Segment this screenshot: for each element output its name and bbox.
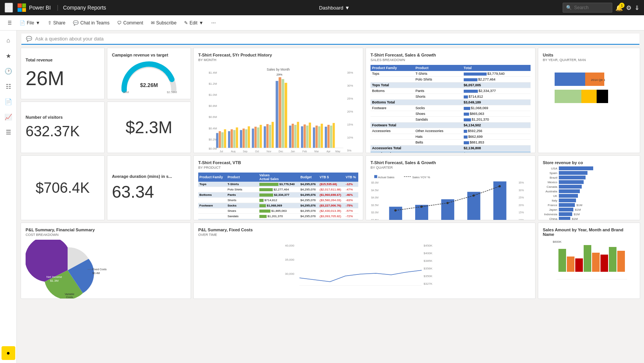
tshirt-vtb-sub: BY PRODUCT [198, 166, 358, 169]
pl-fixed-chart: 40,000 35,000 30,000 $450K $400K $385K $… [198, 240, 531, 295]
search-input[interactable] [574, 5, 605, 10]
main-layout: ⌂ ★ 🕑 ☷ 📄 📈 ☰ ● 💬 Ask a question about y… [0, 31, 644, 363]
tshirt-sales-title: T-Shirt Forecast, Sales & Growth [371, 53, 531, 57]
svg-text:$0.4M: $0.4M [209, 127, 217, 130]
svg-text:$0.8M: $0.8M [209, 104, 217, 108]
svg-rect-22 [224, 129, 226, 148]
svg-text:Net Income: Net Income [47, 275, 62, 279]
teams-icon: 💬 [73, 20, 79, 26]
sidebar-item-apps[interactable]: ☷ [2, 79, 15, 93]
edit-chevron: ▼ [199, 20, 204, 26]
sidebar-item-workspaces[interactable]: 📄 [2, 95, 15, 108]
svg-rect-49 [304, 124, 306, 148]
app-name: Power BI [29, 5, 51, 11]
ms-logo-red [18, 3, 22, 8]
store-bar-indonesia: Indonesia $1M [543, 212, 635, 216]
svg-text:Jan: Jan [291, 150, 295, 153]
svg-rect-27 [240, 130, 242, 148]
col-total: Total [462, 65, 531, 71]
svg-text:Actual Sales: Actual Sales [378, 176, 394, 179]
svg-rect-57 [327, 125, 330, 148]
svg-text:Fixed Costs: Fixed Costs [92, 268, 107, 271]
svg-rect-21 [221, 132, 223, 148]
svg-rect-19 [216, 133, 218, 148]
sidebar-item-recents[interactable]: 🕑 [2, 64, 15, 78]
sidebar-item-metrics[interactable]: 📈 [2, 110, 15, 124]
download-button[interactable]: ⇓ [634, 4, 639, 11]
search-box[interactable]: 🔍 [563, 3, 612, 13]
card-campaign-revenue: Campaign revenue vs target $2.26M $0M $2… [107, 48, 191, 99]
sidebar-item-browse[interactable]: ☰ [2, 125, 15, 139]
ask-placeholder: Ask a question about your data [35, 36, 104, 42]
subscribe-button[interactable]: ✉ Subscribe [148, 19, 180, 27]
svg-text:5%: 5% [347, 149, 351, 152]
sidebar-item-favorites[interactable]: ★ [2, 49, 15, 63]
svg-text:$2.56M: $2.56M [167, 90, 177, 94]
col-product: Product [414, 65, 462, 71]
table-subtotal-row: Footware Total $4,134,502 [371, 123, 531, 128]
subscribe-icon: ✉ [151, 20, 155, 26]
card-tshirt-vtb: T-Shirt Forecast, VTB BY PRODUCT Product… [193, 155, 363, 220]
svg-point-112 [394, 209, 396, 211]
svg-rect-24 [231, 129, 233, 148]
store-bar-china: China $1M [543, 217, 635, 220]
edit-button[interactable]: ✎ Edit ▼ [181, 19, 207, 27]
svg-text:$1.3M: $1.3M [50, 279, 59, 282]
card-tshirt-sales-breakdown: T-Shirt Forecast, Sales & Growth SALES B… [366, 48, 536, 153]
store-bar-usa: USA [543, 166, 635, 170]
hamburger-button[interactable]: ☰ [5, 19, 15, 27]
svg-text:$0.4M: $0.4M [92, 272, 100, 274]
svg-text:Jul: Jul [220, 150, 223, 153]
svg-text:$0.6M: $0.6M [209, 115, 217, 119]
svg-rect-55 [321, 124, 323, 148]
svg-text:29%: 29% [277, 73, 283, 76]
svg-text:2014 Qtr 1: 2014 Qtr 1 [591, 78, 605, 82]
svg-text:Variable: Variable [65, 293, 74, 295]
share-button[interactable]: ⇧ Share [45, 19, 68, 27]
svg-rect-32 [254, 127, 257, 148]
ask-question-bar[interactable]: 💬 Ask a question about your data [21, 34, 639, 45]
svg-text:20%: 20% [519, 204, 524, 207]
comment-icon: 🗩 [117, 20, 122, 26]
file-button[interactable]: 📄 File ▼ [16, 19, 43, 27]
svg-text:$1.2M: $1.2M [209, 82, 217, 86]
kpi-706k-value: $706.4K [36, 180, 90, 196]
store-bar-france: France $1M [543, 203, 635, 207]
store-bar-uk: UK [543, 194, 635, 198]
total-revenue-value: 26M [26, 67, 100, 90]
table-subtotal-row: Accessories Total $2,136,808 [371, 145, 531, 151]
card-tshirt-forecast: T-Shirt Forecast, 5Yr Product History BY… [193, 48, 363, 153]
dashboard-button[interactable]: Dashboard ▼ [319, 5, 350, 11]
svg-text:May: May [335, 150, 340, 153]
vtb-section-bottoms: Bottoms Pants $2,334,377 $4,295,076 ($1,… [198, 192, 358, 198]
table-row: Shoes $865,063 [371, 111, 531, 117]
svg-rect-37 [269, 125, 271, 148]
sidebar-item-home[interactable]: ⌂ [2, 34, 15, 47]
svg-text:20%: 20% [347, 110, 353, 113]
vtb-row: Shorts $714,812 $4,295,076 ($3,580,264.0… [198, 198, 358, 203]
sidebar-item-active[interactable]: ● [2, 346, 15, 360]
more-options-button[interactable]: ⋯ [208, 19, 219, 27]
svg-rect-25 [233, 130, 236, 148]
svg-text:30%: 30% [519, 189, 524, 192]
pl-fixed-title: P&L Summary, Fixed Costs [198, 227, 531, 232]
svg-text:$5.0M: $5.0M [371, 181, 379, 184]
settings-button[interactable]: ⚙ [626, 4, 631, 11]
waffle-menu-button[interactable]: ⋯ [5, 3, 13, 13]
vtb-table: Product Family Product ValuesActual Sale… [198, 173, 358, 220]
svg-text:35,000: 35,000 [285, 258, 294, 261]
notification-button[interactable]: 🔔 1 [615, 4, 623, 11]
svg-text:30%: 30% [347, 84, 353, 87]
svg-text:$1.4M: $1.4M [209, 71, 217, 74]
card-number-visitors: Number of visitors 632.37K [21, 102, 105, 153]
svg-rect-54 [318, 126, 320, 148]
svg-rect-141 [558, 249, 566, 272]
svg-rect-148 [617, 251, 625, 272]
svg-text:25%: 25% [347, 97, 353, 100]
comment-button[interactable]: 🗩 Comment [114, 19, 146, 27]
chat-teams-button[interactable]: 💬 Chat in Teams [70, 19, 112, 27]
share-icon: ⇧ [48, 20, 52, 26]
sales-amount-title: Sales Amount by Year, Month and Brand Na… [543, 227, 635, 237]
card-store-revenue: Store revenue by co USA Spain Brazil [538, 155, 640, 220]
card-pl-fixed-costs: P&L Summary, Fixed Costs OVER TIME 40,00… [193, 223, 536, 299]
